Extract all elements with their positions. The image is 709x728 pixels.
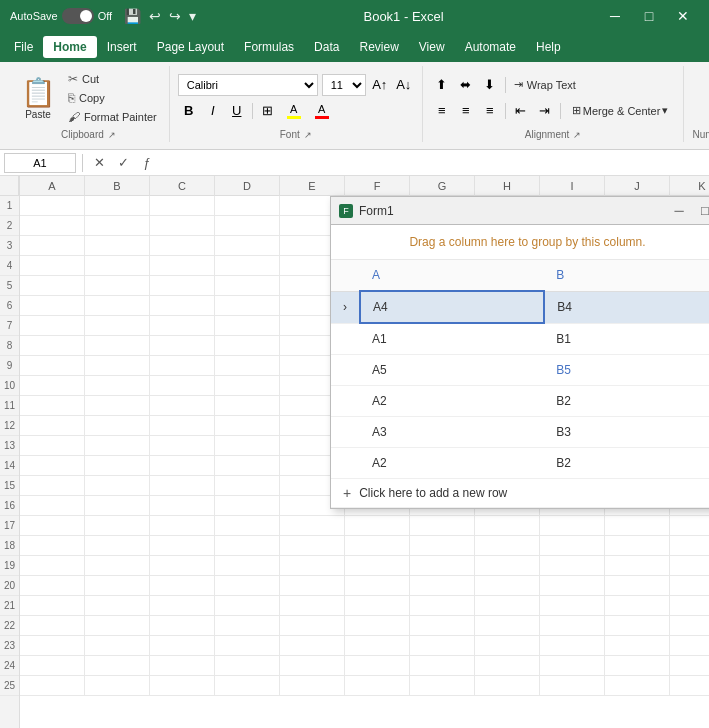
- grid-cell[interactable]: [215, 596, 280, 616]
- grid-cell[interactable]: [475, 616, 540, 636]
- grid-cell[interactable]: [85, 196, 150, 216]
- grid-cell[interactable]: [150, 556, 215, 576]
- row-num-9[interactable]: 9: [0, 356, 19, 376]
- menu-page-layout[interactable]: Page Layout: [147, 36, 234, 58]
- grid-cell[interactable]: [215, 256, 280, 276]
- row-num-7[interactable]: 7: [0, 316, 19, 336]
- grid-cell[interactable]: [475, 536, 540, 556]
- grid-cell[interactable]: [540, 616, 605, 636]
- grid-cell[interactable]: [605, 616, 670, 636]
- grid-cell[interactable]: [150, 336, 215, 356]
- grid-cell[interactable]: [150, 436, 215, 456]
- row-num-8[interactable]: 8: [0, 336, 19, 356]
- grid-cell[interactable]: [85, 536, 150, 556]
- grid-cell[interactable]: [280, 636, 345, 656]
- grid-cell[interactable]: [605, 676, 670, 696]
- col-header-F[interactable]: F: [345, 176, 410, 196]
- col-header-H[interactable]: H: [475, 176, 540, 196]
- grid-cell[interactable]: [20, 196, 85, 216]
- font-size-select[interactable]: 11: [322, 74, 366, 96]
- menu-insert[interactable]: Insert: [97, 36, 147, 58]
- grid-cell[interactable]: [540, 516, 605, 536]
- row-num-6[interactable]: 6: [0, 296, 19, 316]
- cell-col-b[interactable]: B1: [544, 323, 709, 355]
- row-num-2[interactable]: 2: [0, 216, 19, 236]
- grid-cell[interactable]: [410, 536, 475, 556]
- table-row[interactable]: ›A4B4: [331, 291, 709, 323]
- grid-cell[interactable]: [540, 576, 605, 596]
- grid-cell[interactable]: [85, 256, 150, 276]
- cell-reference-input[interactable]: [4, 153, 76, 173]
- grid-cell[interactable]: [540, 536, 605, 556]
- grid-cell[interactable]: [85, 496, 150, 516]
- grid-cell[interactable]: [20, 576, 85, 596]
- grid-cell[interactable]: [475, 676, 540, 696]
- grid-cell[interactable]: [605, 656, 670, 676]
- grid-cell[interactable]: [150, 256, 215, 276]
- grid-cell[interactable]: [85, 516, 150, 536]
- grid-cell[interactable]: [670, 556, 709, 576]
- grid-cell[interactable]: [215, 656, 280, 676]
- grid-cell[interactable]: [85, 296, 150, 316]
- grid-cell[interactable]: [85, 216, 150, 236]
- grid-cell[interactable]: [215, 456, 280, 476]
- grid-cell[interactable]: [605, 576, 670, 596]
- grid-cell[interactable]: [85, 396, 150, 416]
- grid-cell[interactable]: [150, 276, 215, 296]
- cell-col-b[interactable]: B5: [544, 355, 709, 386]
- grid-cell[interactable]: [280, 576, 345, 596]
- col-header-B[interactable]: B: [85, 176, 150, 196]
- grid-cell[interactable]: [605, 556, 670, 576]
- grid-cell[interactable]: [85, 456, 150, 476]
- grid-cell[interactable]: [150, 396, 215, 416]
- col-B-header[interactable]: B: [544, 260, 709, 291]
- grid-cell[interactable]: [150, 236, 215, 256]
- grid-cell[interactable]: [20, 316, 85, 336]
- grid-cell[interactable]: [150, 616, 215, 636]
- grid-cell[interactable]: [85, 556, 150, 576]
- grid-cell[interactable]: [280, 656, 345, 676]
- grid-cell[interactable]: [20, 276, 85, 296]
- grid-cell[interactable]: [280, 556, 345, 576]
- grid-cell[interactable]: [215, 676, 280, 696]
- font-family-select[interactable]: Calibri: [178, 74, 318, 96]
- row-num-10[interactable]: 10: [0, 376, 19, 396]
- grid-cell[interactable]: [85, 636, 150, 656]
- grid-cell[interactable]: [150, 476, 215, 496]
- grid-cell[interactable]: [20, 236, 85, 256]
- form-minimize-button[interactable]: ─: [668, 201, 690, 221]
- menu-help[interactable]: Help: [526, 36, 571, 58]
- grid-cell[interactable]: [150, 376, 215, 396]
- grid-cell[interactable]: [215, 616, 280, 636]
- grid-cell[interactable]: [215, 416, 280, 436]
- grid-cell[interactable]: [605, 596, 670, 616]
- grid-cell[interactable]: [670, 656, 709, 676]
- table-row[interactable]: A2B2: [331, 448, 709, 479]
- col-header-I[interactable]: I: [540, 176, 605, 196]
- grid-cell[interactable]: [215, 316, 280, 336]
- font-color-button[interactable]: A: [309, 100, 335, 122]
- cell-col-a[interactable]: A3: [360, 417, 544, 448]
- grid-cell[interactable]: [670, 516, 709, 536]
- grid-cell[interactable]: [215, 376, 280, 396]
- grid-cell[interactable]: [85, 336, 150, 356]
- row-num-14[interactable]: 14: [0, 456, 19, 476]
- grid-cell[interactable]: [20, 596, 85, 616]
- grid-cell[interactable]: [20, 216, 85, 236]
- grid-cell[interactable]: [410, 556, 475, 576]
- grid-cell[interactable]: [20, 436, 85, 456]
- copy-button[interactable]: ⎘ Copy: [64, 89, 161, 107]
- cell-col-b[interactable]: B3: [544, 417, 709, 448]
- grid-cell[interactable]: [410, 616, 475, 636]
- menu-view[interactable]: View: [409, 36, 455, 58]
- grid-cell[interactable]: [215, 496, 280, 516]
- grid-cell[interactable]: [85, 276, 150, 296]
- grid-cell[interactable]: [605, 636, 670, 656]
- grid-cell[interactable]: [280, 516, 345, 536]
- grid-cell[interactable]: [475, 576, 540, 596]
- grid-cell[interactable]: [280, 616, 345, 636]
- undo-icon[interactable]: ↩: [149, 8, 161, 24]
- grid-cell[interactable]: [85, 236, 150, 256]
- grid-cell[interactable]: [670, 676, 709, 696]
- col-header-K[interactable]: K: [670, 176, 709, 196]
